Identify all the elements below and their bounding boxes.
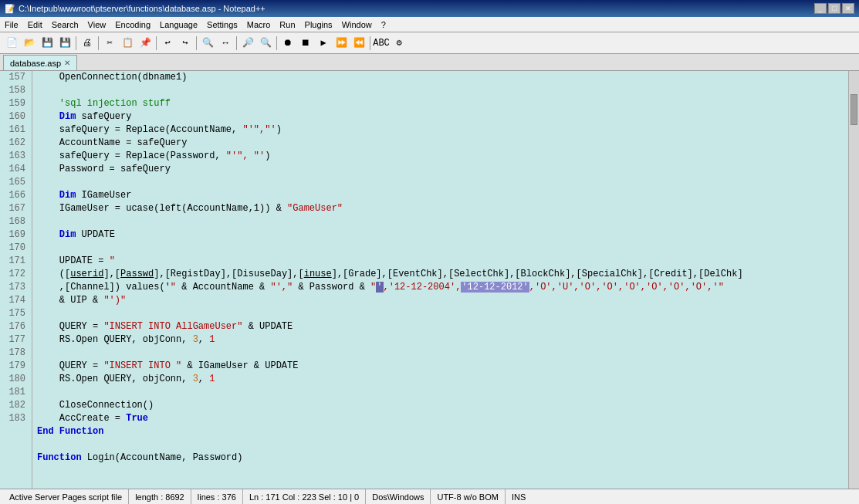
maximize-button[interactable]: □ (828, 3, 840, 14)
tab-database-asp[interactable]: database.asp ✕ (3, 55, 77, 70)
close-button[interactable]: ✕ (842, 3, 854, 14)
status-ins: INS (506, 489, 532, 504)
menu-help[interactable]: ? (377, 19, 391, 31)
status-encoding: UTF-8 w/o BOM (431, 489, 505, 504)
code-line: 'sql injection stuff (37, 97, 844, 110)
minimize-button[interactable]: _ (814, 3, 827, 14)
menu-macro[interactable]: Macro (242, 19, 276, 31)
code-line (37, 242, 844, 255)
code-line: & UIP & "')" (37, 294, 844, 307)
code-line: UPDATE = " (37, 255, 844, 268)
code-line: Dim safeQuery (37, 110, 844, 123)
toolbar-replace[interactable]: ↔ (217, 35, 234, 52)
toolbar-extra[interactable]: ⚙ (391, 35, 408, 52)
toolbar-spellcheck[interactable]: ABC (373, 35, 390, 52)
code-line: RS.Open QUERY, objConn, 3, 1 (37, 373, 844, 386)
title-bar: 📝 C:\Inetpub\wwwroot\ptserver\functions\… (0, 0, 859, 17)
toolbar-macro-play[interactable]: ▶ (315, 35, 332, 52)
code-line: OpenConnection(dbname1) (37, 71, 844, 84)
menu-encoding[interactable]: Encoding (110, 19, 155, 31)
code-line: QUERY = "INSERT INTO AllGameUser" & UPDA… (37, 320, 844, 333)
menu-view[interactable]: View (83, 19, 111, 31)
code-line (37, 215, 844, 228)
code-line: AccCreate = True (37, 412, 844, 425)
toolbar-sep4 (196, 36, 197, 50)
code-line: AccountName = safeQuery (37, 137, 844, 150)
code-line (37, 84, 844, 97)
toolbar-sep1 (76, 36, 76, 50)
editor-container: 1571581591601611621631641651661671681691… (0, 71, 859, 489)
code-line (37, 307, 844, 320)
status-bar: Active Server Pages script file length :… (0, 489, 859, 504)
toolbar: 📄 📂 💾 💾 🖨 ✂ 📋 📌 ↩ ↪ 🔍 ↔ 🔎 🔍 ⏺ ⏹ ▶ ⏩ ⏪ AB… (0, 32, 859, 54)
toolbar-saveall[interactable]: 💾 (56, 35, 73, 52)
code-line: Dim IGameUser (37, 189, 844, 202)
code-line: QUERY = "INSERT INTO " & IGameUser & UPD… (37, 360, 844, 373)
window-controls[interactable]: _ □ ✕ (814, 3, 854, 14)
toolbar-sep5 (236, 36, 237, 50)
code-line: CloseConnection() (37, 399, 844, 412)
scrollbar-vertical[interactable] (848, 71, 859, 489)
tab-label: database.asp (10, 59, 61, 68)
code-line: End Function (37, 425, 844, 438)
code-line (37, 176, 844, 189)
tab-bar: database.asp ✕ (0, 54, 859, 71)
menu-bar: File Edit Search View Encoding Language … (0, 17, 859, 32)
code-line: Function Login(AccountName, Password) (37, 452, 844, 465)
toolbar-paste[interactable]: 📌 (137, 35, 154, 52)
toolbar-sep6 (276, 36, 277, 50)
code-line: ,[Channel]) values('" & AccountName & "'… (37, 281, 844, 294)
menu-search[interactable]: Search (47, 19, 83, 31)
toolbar-sep3 (156, 36, 157, 50)
toolbar-save[interactable]: 💾 (39, 35, 56, 52)
toolbar-macro-fwd[interactable]: ⏩ (333, 35, 350, 52)
tab-close-button[interactable]: ✕ (64, 59, 70, 67)
toolbar-zoom-in[interactable]: 🔎 (239, 35, 256, 52)
menu-file[interactable]: File (0, 19, 23, 31)
toolbar-zoom-out[interactable]: 🔍 (257, 35, 274, 52)
status-position: Ln : 171 Col : 223 Sel : 10 | 0 (243, 489, 366, 504)
code-line: ([userid],[Passwd],[RegistDay],[DisuseDa… (37, 268, 844, 281)
code-line: safeQuery = Replace(Password, "'", "') (37, 150, 844, 163)
status-filetype: Active Server Pages script file (3, 489, 129, 504)
toolbar-macro-stop[interactable]: ⏹ (297, 35, 314, 52)
scrollbar-thumb[interactable] (851, 94, 857, 125)
toolbar-undo[interactable]: ↩ (159, 35, 176, 52)
app-icon: 📝 (5, 4, 15, 14)
line-numbers: 1571581591601611621631641651661671681691… (0, 71, 32, 489)
status-lineending: Dos\Windows (366, 489, 431, 504)
code-line (37, 347, 844, 360)
code-line (37, 438, 844, 452)
menu-run[interactable]: Run (275, 19, 299, 31)
toolbar-copy[interactable]: 📋 (119, 35, 136, 52)
toolbar-macro-rec[interactable]: ⏺ (279, 35, 296, 52)
code-area[interactable]: OpenConnection(dbname1) 'sql injection s… (32, 71, 848, 489)
toolbar-sep7 (370, 36, 370, 50)
status-lines: lines : 376 (191, 489, 243, 504)
toolbar-new[interactable]: 📄 (3, 35, 20, 52)
code-line: RS.Open QUERY, objConn, 3, 1 (37, 333, 844, 347)
status-length: length : 8692 (129, 489, 191, 504)
toolbar-sep2 (98, 36, 99, 50)
toolbar-cut[interactable]: ✂ (101, 35, 118, 52)
toolbar-print[interactable]: 🖨 (79, 35, 96, 52)
menu-plugins[interactable]: Plugins (300, 19, 337, 31)
code-line: Dim UPDATE (37, 228, 844, 242)
menu-settings[interactable]: Settings (202, 19, 242, 31)
menu-window[interactable]: Window (337, 19, 377, 31)
code-line (37, 386, 844, 399)
menu-language[interactable]: Language (155, 19, 202, 31)
title-text: C:\Inetpub\wwwroot\ptserver\functions\da… (19, 4, 265, 13)
code-line: Password = safeQuery (37, 163, 844, 176)
toolbar-macro-back[interactable]: ⏪ (350, 35, 367, 52)
toolbar-find[interactable]: 🔍 (199, 35, 216, 52)
code-line: IGameUser = ucase(left(AccountName,1)) &… (37, 202, 844, 215)
code-line: safeQuery = Replace(AccountName, "'","') (37, 123, 844, 137)
menu-edit[interactable]: Edit (23, 19, 47, 31)
toolbar-open[interactable]: 📂 (21, 35, 38, 52)
toolbar-redo[interactable]: ↪ (177, 35, 194, 52)
